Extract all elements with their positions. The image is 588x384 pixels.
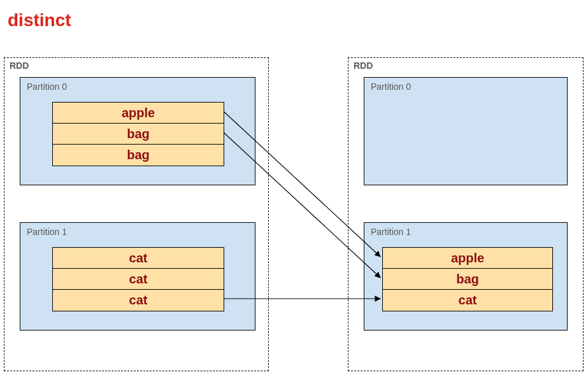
diagram-title: distinct	[8, 10, 71, 31]
rdd-right-label: RDD	[354, 60, 373, 71]
partition-left-0-cells: apple bag bag	[52, 102, 224, 166]
cell: bag	[53, 145, 224, 166]
cell: apple	[53, 103, 224, 124]
rdd-right: RDD Partition 0 Partition 1 apple bag ca…	[348, 57, 584, 371]
rdd-left: RDD Partition 0 apple bag bag Partition …	[4, 57, 269, 371]
partition-left-1-label: Partition 1	[27, 227, 67, 237]
partition-left-1: Partition 1 cat cat cat	[20, 222, 255, 331]
cell: apple	[383, 248, 552, 269]
partition-right-1: Partition 1 apple bag cat	[364, 222, 568, 331]
partition-left-0-label: Partition 0	[27, 82, 67, 92]
rdd-left-label: RDD	[10, 60, 29, 71]
cell: bag	[383, 269, 552, 290]
partition-left-0: Partition 0 apple bag bag	[20, 77, 255, 185]
partition-right-0-label: Partition 0	[371, 82, 411, 92]
cell: cat	[53, 290, 224, 311]
cell: bag	[53, 124, 224, 145]
cell: cat	[53, 269, 224, 290]
partition-right-1-cells: apple bag cat	[382, 247, 553, 311]
cell: cat	[53, 248, 224, 269]
partition-right-0: Partition 0	[364, 77, 568, 185]
cell: cat	[383, 290, 552, 311]
partition-left-1-cells: cat cat cat	[52, 247, 224, 311]
partition-right-1-label: Partition 1	[371, 227, 411, 237]
